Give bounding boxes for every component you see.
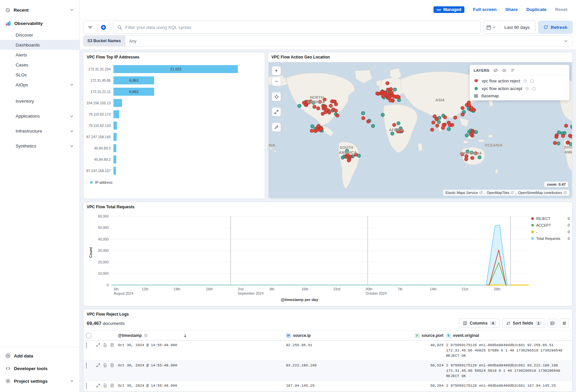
column-header-source-ip[interactable]: IP source.ip: [286, 333, 414, 338]
display-grid-button[interactable]: [548, 319, 557, 328]
sidebar-item-slos[interactable]: SLOs: [0, 70, 79, 80]
eye-closed-icon[interactable]: [493, 68, 498, 73]
eye-icon[interactable]: [502, 68, 507, 73]
sidebar-item-cases[interactable]: Cases: [0, 60, 79, 70]
bar[interactable]: [114, 155, 116, 163]
columns-button[interactable]: Columns 4: [459, 319, 500, 328]
layer-checkbox[interactable]: [530, 79, 534, 83]
panel-top-ip-addresses: VPC Flow Top IP Addresses 172.31.31.234 …: [83, 52, 265, 199]
bar[interactable]: [114, 133, 117, 141]
zoom-out-button[interactable]: −: [272, 77, 281, 86]
layer-order-icon[interactable]: [511, 68, 515, 73]
map-continent-label: OCEANIA: [485, 143, 503, 147]
time-range-value[interactable]: Last 90 days: [499, 25, 535, 30]
bar[interactable]: [114, 99, 122, 107]
bar-category-label: 172.31.21.11: [83, 90, 113, 94]
fit-to-data-button[interactable]: [272, 107, 281, 117]
add-filter-button[interactable]: [97, 21, 110, 34]
display-options-button[interactable]: [560, 319, 569, 328]
doc-details-icon[interactable]: [110, 363, 114, 367]
svg-text:0: 0: [107, 283, 109, 287]
sidebar-item-synthetics[interactable]: Synthetics: [0, 139, 79, 153]
legend-item-reject[interactable]: REJECT0: [531, 215, 570, 222]
expand-row-icon[interactable]: [96, 383, 100, 388]
managed-badge[interactable]: Managed: [433, 6, 464, 13]
reset-button[interactable]: Reset: [555, 7, 567, 12]
filter-options-button[interactable]: [83, 21, 97, 34]
doc-view-icon[interactable]: [103, 363, 107, 367]
doc-view-icon[interactable]: [103, 383, 107, 388]
bar[interactable]: [114, 110, 119, 118]
filter-pill-value[interactable]: Any: [125, 39, 141, 44]
ip-bar-chart: 172.31.31.234 21,023 172.31.45.86 6,863 …: [83, 63, 265, 176]
sidebar-section-observability[interactable]: Observability: [0, 17, 79, 30]
duplicate-button[interactable]: Duplicate: [526, 7, 546, 12]
map-continent-label: AFRICA: [389, 128, 404, 132]
filter-pill-label[interactable]: S3 Bucket Names: [83, 36, 125, 46]
doc-details-icon[interactable]: [110, 343, 114, 347]
world-map[interactable]: NORTHAMERICASOUTHAMERICAAFRICAASIAOCEANI…: [268, 62, 572, 198]
kql-search-input[interactable]: [125, 25, 476, 30]
share-button[interactable]: Share: [505, 7, 518, 12]
sidebar-item-project-settings[interactable]: Project settings: [0, 375, 79, 387]
chevron-down-icon[interactable]: [563, 39, 568, 44]
sidebar-item-applications[interactable]: Applications: [0, 109, 79, 124]
bar[interactable]: [114, 167, 116, 175]
table-row[interactable]: Oct 30, 2024 @ 14:55:48.000 167.94.145.2…: [83, 381, 572, 391]
sidebar-item-inventory[interactable]: Inventory: [0, 94, 79, 109]
select-all-checkbox[interactable]: [86, 333, 91, 338]
layer-item-vpc-flow-action-reject[interactable]: vpc flow action reject: [470, 76, 569, 83]
sidebar-item-add-data[interactable]: Add data: [0, 349, 79, 362]
legend-item--[interactable]: -0: [531, 229, 570, 235]
expand-row-icon[interactable]: [96, 363, 100, 367]
legend-item-accept[interactable]: ACCEPT0: [531, 222, 570, 229]
layer-item-basemap[interactable]: Basemap: [470, 91, 569, 98]
legend-item-total-requests[interactable]: Total Requests0: [531, 235, 570, 242]
table-row[interactable]: Oct 30, 2024 @ 14:55:48.000 83.222.190.1…: [83, 361, 572, 381]
set-view-button[interactable]: [272, 92, 281, 101]
column-header-timestamp[interactable]: @timestamp: [118, 333, 286, 338]
column-header-source-port[interactable]: # source.port: [414, 333, 446, 338]
row-checkbox[interactable]: [86, 383, 87, 389]
calendar-button[interactable]: [484, 21, 499, 34]
doc-details-icon[interactable]: [110, 383, 114, 388]
sidebar-item-infrastructure[interactable]: Infrastructure: [0, 124, 79, 139]
bar[interactable]: [114, 122, 117, 130]
sort-fields-button[interactable]: Sort fields 1: [502, 319, 545, 328]
sidebar-item-aiops[interactable]: AIOps: [0, 80, 79, 90]
chevron-down-icon[interactable]: [69, 8, 74, 12]
event-original-cell: 2 975050175126 eni-00dba9849ddb2c661 92.…: [446, 343, 570, 358]
expand-row-icon[interactable]: [96, 343, 100, 347]
svg-text:August 2024: August 2024: [114, 291, 133, 295]
layer-item-vpc-flow-action-accept[interactable]: vpc flow action accept: [470, 83, 569, 91]
sidebar-item-developer-tools[interactable]: Developer tools: [0, 362, 79, 375]
attribution-link[interactable]: OpenStreetMap contributors: [518, 191, 562, 195]
refresh-button[interactable]: Refresh: [538, 21, 573, 34]
panel-geo-location: VPC Flow Action Geo Location: [268, 52, 573, 199]
doc-view-icon[interactable]: [103, 343, 107, 347]
legend-label: Total Requests: [536, 237, 560, 241]
sidebar-item-dashboards[interactable]: Dashboards: [0, 40, 79, 50]
table-row[interactable]: Oct 30, 2024 @ 14:55:48.000 92.255.85.51…: [83, 341, 572, 361]
layer-checkbox[interactable]: [532, 87, 536, 91]
sidebar-item-recent[interactable]: Recent: [0, 3, 79, 17]
legend-value: 0: [568, 217, 570, 221]
sort-descending-icon[interactable]: [183, 334, 187, 338]
bar[interactable]: [114, 144, 116, 152]
bar-value-label: 6,862: [114, 88, 154, 96]
attribution-link[interactable]: OpenMapTiles: [487, 191, 509, 195]
sidebar-item-discover[interactable]: Discover: [0, 30, 79, 40]
legend-dot: [531, 231, 534, 233]
draw-tools-button[interactable]: [272, 123, 281, 132]
sidebar-section-label: Observability: [14, 21, 43, 26]
chart-legend[interactable]: IP address: [90, 180, 265, 184]
table-toolbar: Columns 4 Sort fields 1: [459, 319, 569, 328]
zoom-in-button[interactable]: +: [272, 66, 281, 75]
sidebar-item-alerts[interactable]: Alerts: [0, 50, 79, 60]
source-port-cell: 40,925: [414, 343, 446, 348]
row-checkbox[interactable]: [86, 342, 87, 348]
attribution-link[interactable]: Elastic Maps Service: [445, 191, 478, 195]
column-header-event-original[interactable]: k event.original: [446, 333, 570, 338]
full-screen-button[interactable]: Full screen: [473, 7, 497, 12]
row-checkbox[interactable]: [86, 362, 87, 369]
